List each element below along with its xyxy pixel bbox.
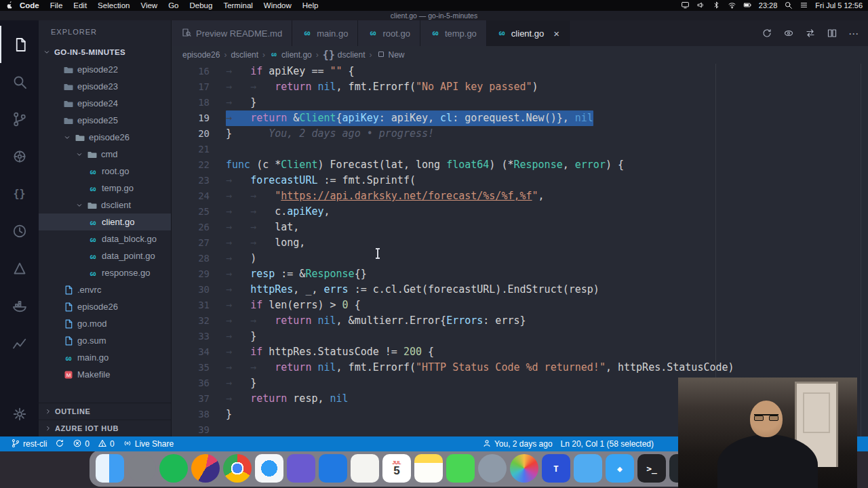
dock-safari[interactable]	[255, 454, 283, 483]
dock-finder[interactable]	[96, 454, 124, 483]
dock-chrome[interactable]	[223, 454, 252, 483]
code-line-26[interactable]: 26 → → lat,	[172, 220, 868, 235]
code-line-16[interactable]: 16 → if apiKey == "" {	[172, 64, 868, 79]
editor-action-compare[interactable]	[805, 28, 816, 39]
dock-activity-monitor[interactable]	[127, 454, 156, 483]
code-line-23[interactable]: 23 → forecastURL := fmt.Sprintf(	[172, 173, 868, 188]
section-outline[interactable]: OUTLINE	[39, 403, 171, 420]
tree-item-episode22[interactable]: episode22	[39, 61, 171, 78]
tree-item-makefile[interactable]: MMakefile	[39, 366, 171, 383]
code-line-20[interactable]: 20 } You, 2 days ago • progress!	[172, 126, 868, 142]
menubar-search[interactable]	[784, 1, 793, 11]
close-tab-icon[interactable]: ×	[553, 28, 559, 39]
code-line-21[interactable]: 21	[172, 142, 868, 157]
editor-action-eye[interactable]	[783, 28, 794, 39]
activity-stats[interactable]	[0, 324, 39, 361]
tree-item-client-go[interactable]: GOclient.go	[39, 214, 171, 230]
activity-files[interactable]	[0, 26, 39, 63]
code-line-33[interactable]: 33 → }	[172, 329, 868, 344]
tab-temp-go[interactable]: GOtemp.go	[420, 20, 487, 46]
code-line-31[interactable]: 31 → if len(errs) > 0 {	[172, 298, 868, 313]
breadcrumb-episode26-0[interactable]: episode26	[182, 50, 220, 60]
menubar-volume[interactable]	[696, 1, 705, 11]
status-live-share[interactable]: Live Share	[119, 439, 178, 450]
tree-item-go-in-5-minutes[interactable]: GO-IN-5-MINUTES	[39, 43, 171, 61]
dock-calendar[interactable]: JUL5	[382, 454, 411, 483]
code-line-35[interactable]: 35 → → return nil, fmt.Errorf("HTTP Stat…	[172, 360, 868, 375]
tree-item-episode26[interactable]: episode26	[39, 129, 171, 146]
dock-things[interactable]: T	[542, 454, 570, 483]
activity-settings-gear[interactable]	[0, 395, 39, 432]
menu-code[interactable]: Code	[14, 1, 45, 9]
code-line-28[interactable]: 28 → )	[172, 251, 868, 266]
tree-item-go-mod[interactable]: go.mod	[39, 315, 171, 332]
tree-item-main-go[interactable]: GOmain.go	[39, 349, 171, 366]
tree-item-episode23[interactable]: episode23	[39, 78, 171, 95]
menu-view[interactable]: View	[135, 1, 163, 9]
editor-action-ellipsis[interactable]: ⋯	[848, 28, 859, 39]
tree-item-data-block-go[interactable]: GOdata_block.go	[39, 230, 171, 247]
menu-help[interactable]: Help	[297, 1, 324, 9]
breadcrumb-client-go-2[interactable]: GOclient.go	[269, 49, 312, 61]
menubar-fri-jul-5-12-56[interactable]: Fri Jul 5 12:56	[815, 1, 863, 9]
code-line-34[interactable]: 34 → if httpRes.StatusCode != 200 {	[172, 344, 868, 360]
tree-item-go-sum[interactable]: go.sum	[39, 332, 171, 349]
tree-item-root-go[interactable]: GOroot.go	[39, 163, 171, 180]
status-rest-cli[interactable]: rest-cli	[7, 439, 51, 450]
code-line-25[interactable]: 25 → → c.apiKey,	[172, 204, 868, 220]
tree-item-episode24[interactable]: episode24	[39, 95, 171, 112]
tree-item-episode26[interactable]: episode26	[39, 298, 171, 315]
menubar-bluetooth[interactable]	[712, 1, 721, 11]
menu-edit[interactable]: Edit	[68, 1, 92, 9]
dock-spotify[interactable]	[159, 454, 188, 483]
dock-mail[interactable]	[319, 454, 347, 483]
code-line-19[interactable]: 19 → return &Client{apiKey: apiKey, cl: …	[172, 110, 868, 126]
dock-terminal[interactable]: >_	[637, 454, 666, 483]
activity-azure[interactable]	[0, 249, 39, 287]
status-refresh[interactable]	[51, 439, 68, 450]
tree-item-cmd[interactable]: cmd	[39, 146, 171, 163]
menu-file[interactable]: File	[45, 1, 68, 9]
activity-history[interactable]	[0, 212, 39, 249]
code-line-30[interactable]: 30 → httpRes, _, errs := c.cl.Get(foreca…	[172, 282, 868, 298]
dock-podcasts[interactable]	[478, 454, 507, 483]
code-line-32[interactable]: 32 → → return nil, &multierr.Error{Error…	[172, 313, 868, 329]
breadcrumb-new-4[interactable]: New	[376, 49, 405, 61]
menubar-display[interactable]	[681, 1, 690, 11]
menu-terminal[interactable]: Terminal	[218, 1, 258, 9]
tab-client-go[interactable]: GOclient.go ×	[487, 20, 570, 46]
dock-discord[interactable]	[287, 454, 315, 483]
editor-action-split[interactable]	[827, 28, 837, 39]
menu-debug[interactable]: Debug	[184, 1, 218, 9]
tree-item-temp-go[interactable]: GOtemp.go	[39, 180, 171, 197]
code-line-17[interactable]: 17 → → return nil, fmt.Errorf("No API ke…	[172, 79, 868, 95]
tree-item-response-go[interactable]: GOresponse.go	[39, 264, 171, 281]
activity-braces[interactable]: {}	[0, 175, 39, 212]
dock-firefox[interactable]	[191, 454, 220, 483]
code-line-24[interactable]: 24 → → "https://api.darksky.net/forecast…	[172, 188, 868, 204]
dock-photos[interactable]	[510, 454, 538, 483]
tab-root-go[interactable]: GOroot.go	[358, 20, 420, 46]
dock-messages[interactable]	[446, 454, 475, 483]
tree-item-envrc[interactable]: .envrc	[39, 281, 171, 298]
tree-item-dsclient[interactable]: dsclient	[39, 197, 171, 214]
status-you-2-days-ago[interactable]: You, 2 days ago	[478, 439, 557, 450]
section-azure-iot-hub[interactable]: AZURE IOT HUB	[39, 420, 171, 436]
activity-docker[interactable]	[0, 287, 39, 324]
tree-item-data-point-go[interactable]: GOdata_point.go	[39, 247, 171, 264]
status-ln-20-col-1-58-selected[interactable]: Ln 20, Col 1 (58 selected)	[557, 439, 658, 449]
menu-window[interactable]: Window	[258, 1, 297, 9]
activity-wheel[interactable]	[0, 138, 39, 175]
dock-sketch[interactable]: ◆	[606, 454, 634, 483]
code-line-29[interactable]: 29 → resp := &Response{}	[172, 266, 868, 282]
status-0[interactable]: 0	[68, 439, 94, 450]
status-0[interactable]: 0	[94, 439, 119, 450]
tab-main-go[interactable]: GOmain.go	[292, 20, 358, 46]
menubar-list[interactable]	[800, 1, 808, 11]
menu-selection[interactable]: Selection	[92, 1, 135, 9]
code-line-18[interactable]: 18 → }	[172, 95, 868, 110]
activity-source-control[interactable]	[0, 100, 39, 138]
menubar-wifi[interactable]	[728, 1, 736, 11]
code-line-27[interactable]: 27 → → long,	[172, 235, 868, 251]
menu-go[interactable]: Go	[163, 1, 184, 9]
